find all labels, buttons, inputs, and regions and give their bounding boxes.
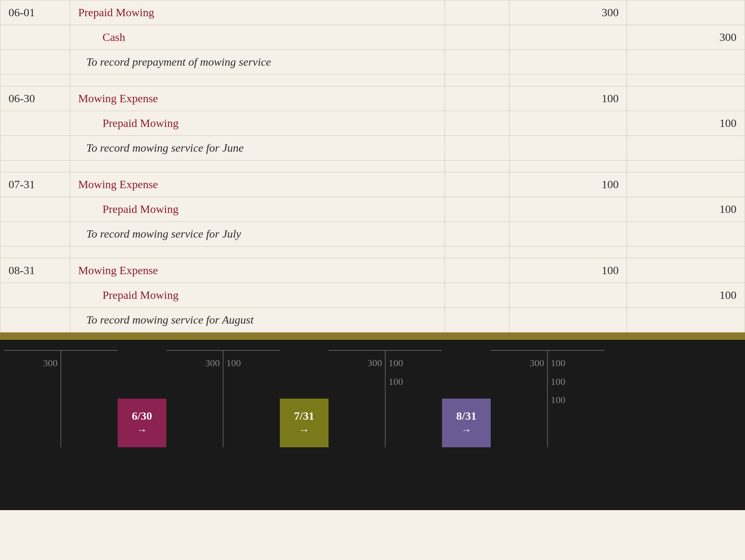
t-accounts-area: 300 6/30 → 300 100: [0, 340, 745, 455]
badge-arrow-icon: →: [299, 424, 309, 436]
t-account-segment-4: 300 100 100 100: [491, 350, 604, 447]
debit-cell: 300: [509, 0, 627, 25]
gold-separator-bar: [0, 333, 745, 340]
debit-cell: [509, 308, 627, 333]
t-left-values: 300: [367, 354, 382, 373]
t-value: 100: [551, 354, 565, 373]
ref-cell: [445, 50, 509, 75]
credit-cell: 100: [627, 111, 745, 136]
t-value: 100: [551, 373, 565, 391]
description-cell: To record mowing service for June: [70, 136, 445, 161]
debit-cell: [509, 111, 627, 136]
t-right-values: 100 100 100: [551, 354, 565, 410]
table-row: Cash 300: [0, 25, 745, 50]
date-cell: 08-31: [0, 258, 70, 283]
ref-cell: [445, 136, 509, 161]
t-value: 300: [367, 354, 382, 373]
ref-cell: [445, 283, 509, 308]
journal-table: 06-01 Prepaid Mowing 300 Cash 300 To rec…: [0, 0, 745, 333]
credit-cell: [627, 258, 745, 283]
account-name-cell: Mowing Expense: [70, 258, 445, 283]
date-badge-731[interactable]: 7/31 →: [280, 399, 328, 447]
date-cell: [0, 222, 70, 247]
debit-cell: [509, 197, 627, 222]
date-cell: 06-01: [0, 0, 70, 25]
date-cell: 07-31: [0, 172, 70, 197]
account-name-cell: Prepaid Mowing: [70, 111, 445, 136]
t-right-values: 100: [226, 354, 241, 373]
date-cell: [0, 283, 70, 308]
t-left-values: 300: [530, 354, 544, 373]
description-cell: To record prepayment of mowing service: [70, 50, 445, 75]
credit-cell: [627, 172, 745, 197]
account-name-cell: Prepaid Mowing: [70, 197, 445, 222]
debit-cell: [509, 222, 627, 247]
debit-cell: 100: [509, 258, 627, 283]
credit-cell: [627, 136, 745, 161]
bottom-section: 300 6/30 → 300 100: [0, 340, 745, 510]
credit-cell: [627, 50, 745, 75]
ref-cell: [445, 0, 509, 25]
t-value: 100: [389, 373, 403, 391]
date-cell: 06-30: [0, 86, 70, 111]
table-row: 06-01 Prepaid Mowing 300: [0, 0, 745, 25]
debit-cell: 100: [509, 172, 627, 197]
spacer-row: [0, 161, 745, 172]
date-cell: [0, 197, 70, 222]
t-right-values: 100 100: [389, 354, 403, 391]
table-row: To record mowing service for August: [0, 308, 745, 333]
ref-cell: [445, 222, 509, 247]
table-row: To record mowing service for July: [0, 222, 745, 247]
t-account-segment-3: 300 100 100: [328, 350, 442, 447]
description-cell: To record mowing service for August: [70, 308, 445, 333]
t-left-values: 300: [205, 354, 220, 373]
t-account-box-3: 300 100 100: [328, 350, 442, 447]
t-account-box-2: 300 100: [166, 350, 280, 447]
ref-cell: [445, 111, 509, 136]
spacer-row: [0, 75, 745, 86]
spacer-row: [0, 247, 745, 258]
t-account-segment-1: 300: [4, 350, 118, 447]
credit-cell: [627, 0, 745, 25]
date-badge-831[interactable]: 8/31 →: [442, 399, 491, 447]
t-vertical-line: [60, 350, 61, 447]
date-cell: [0, 136, 70, 161]
t-value: 300: [205, 354, 220, 373]
badge-arrow-icon: →: [137, 424, 147, 436]
table-row: To record prepayment of mowing service: [0, 50, 745, 75]
table-row: 07-31 Mowing Expense 100: [0, 172, 745, 197]
t-vertical-line: [385, 350, 386, 447]
ref-cell: [445, 25, 509, 50]
t-vertical-line: [223, 350, 223, 447]
t-left-values: 300: [43, 354, 58, 373]
debit-cell: [509, 50, 627, 75]
badge-date-label: 8/31: [456, 410, 477, 423]
ref-cell: [445, 197, 509, 222]
t-value: 300: [43, 354, 58, 373]
t-vertical-line: [547, 350, 548, 447]
table-row: Prepaid Mowing 100: [0, 283, 745, 308]
account-name-cell: Prepaid Mowing: [70, 0, 445, 25]
credit-cell: 100: [627, 197, 745, 222]
date-cell: [0, 111, 70, 136]
debit-cell: [509, 136, 627, 161]
credit-cell: [627, 308, 745, 333]
description-cell: To record mowing service for July: [70, 222, 445, 247]
t-account-box-1: 300: [4, 350, 118, 447]
account-name-cell: Mowing Expense: [70, 172, 445, 197]
badge-date-label: 6/30: [132, 410, 152, 423]
t-account-box-4: 300 100 100 100: [491, 350, 604, 447]
date-badge-630[interactable]: 6/30 →: [118, 399, 166, 447]
badge-arrow-icon: →: [461, 424, 472, 436]
table-row: 08-31 Mowing Expense 100: [0, 258, 745, 283]
credit-cell: [627, 222, 745, 247]
t-value: 100: [389, 354, 403, 373]
credit-cell: 300: [627, 25, 745, 50]
account-name-cell: Prepaid Mowing: [70, 283, 445, 308]
ref-cell: [445, 258, 509, 283]
table-row: Prepaid Mowing 100: [0, 111, 745, 136]
t-value: 100: [226, 354, 241, 373]
credit-cell: 100: [627, 283, 745, 308]
t-value: 300: [530, 354, 544, 373]
debit-cell: [509, 283, 627, 308]
